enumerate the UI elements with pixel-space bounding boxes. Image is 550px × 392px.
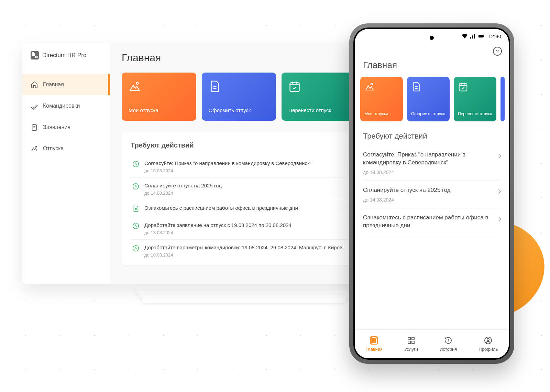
page-title: Главная [122, 52, 356, 64]
wifi-icon [462, 34, 468, 39]
mountain-icon [129, 80, 141, 92]
calendar-check-icon [458, 81, 468, 92]
phone-bezel: 12:30 ? Главная Мои отпуска Оформить отп… [353, 28, 510, 360]
bottom-nav-history[interactable]: История [440, 336, 457, 352]
clock-icon [132, 222, 140, 230]
mobile-tile-request-vacation[interactable]: Оформить отпуск [407, 77, 450, 121]
mobile-actions-title: Требуют действий [363, 128, 500, 145]
stacked-cards-shadow [131, 285, 358, 313]
sidebar-item-vacations[interactable]: Отпуска [22, 138, 110, 159]
tile-row: Мои отпуска Оформить отпуск Перенести от… [122, 73, 356, 121]
clock-icon [132, 160, 140, 168]
mobile-tile-my-vacations[interactable]: Мои отпуска [360, 77, 403, 121]
actions-panel-title: Требуют действий [131, 141, 347, 149]
mobile-bottom-nav: Главная Услуги История Профиль [355, 329, 509, 358]
sidebar-item-home[interactable]: Главная [22, 74, 110, 95]
tile-my-vacations[interactable]: Мои отпуска [122, 73, 196, 121]
svg-rect-3 [290, 83, 299, 92]
action-body: Ознакомьтесь с расписанием работы офиса … [144, 204, 346, 213]
tile-label: Мои отпуска [129, 107, 189, 113]
sidebar-item-label: Заявления [43, 124, 70, 130]
main-content: Главная Мои отпуска Оформить отпуск Пере… [110, 43, 368, 284]
history-icon [444, 336, 452, 345]
tile-label: Перенести отпуск [288, 107, 349, 113]
svg-point-10 [371, 83, 373, 85]
action-item[interactable]: Доработайте заявление на отпуск с 19.08.… [131, 217, 347, 240]
document-icon [132, 205, 140, 213]
tile-reschedule-vacation[interactable]: Перенести отпуск [282, 73, 356, 121]
help-button[interactable]: ? [493, 47, 502, 56]
document-icon [411, 81, 421, 92]
sidebar-item-label: Командировки [43, 103, 80, 109]
svg-rect-0 [32, 125, 37, 131]
battery-icon [478, 34, 484, 39]
sidebar-item-label: Отпуска [43, 145, 64, 152]
chevron-right-icon [496, 154, 501, 159]
app-logo: Directum HR Pro [22, 43, 110, 68]
action-item[interactable]: Согласуйте: Приказ "о направлении в кома… [131, 155, 347, 178]
mobile-tile-row[interactable]: Мои отпуска Оформить отпуск Перенести от… [355, 77, 509, 128]
action-title: Спланируйте отпуск на 2025 год [144, 182, 346, 189]
mountain-icon [31, 145, 38, 152]
action-item[interactable]: Ознакомьтесь с расписанием работы офиса … [131, 200, 347, 217]
mobile-action-item[interactable]: Согласуйте: Приказ "о направлении в кома… [363, 145, 500, 181]
calendar-check-icon [288, 80, 301, 92]
bottom-nav-profile[interactable]: Профиль [478, 336, 498, 352]
bottom-nav-label: Главная [365, 347, 382, 352]
action-title: Доработайте параметры командировки: 19.0… [144, 244, 346, 251]
svg-rect-13 [412, 337, 414, 340]
svg-point-2 [136, 82, 139, 84]
bottom-nav-services[interactable]: Услуги [404, 336, 418, 352]
svg-rect-11 [459, 84, 467, 91]
sidebar-item-requests[interactable]: Заявления [22, 117, 110, 138]
svg-point-17 [487, 338, 489, 340]
clipboard-icon [31, 123, 38, 131]
phone-mockup: 12:30 ? Главная Мои отпуска Оформить отп… [349, 23, 514, 364]
home-icon [31, 81, 38, 88]
action-title: Доработайте заявление на отпуск с 19.08.… [144, 221, 346, 229]
tile-request-vacation[interactable]: Оформить отпуск [202, 73, 276, 121]
svg-rect-9 [483, 35, 484, 37]
tile-label: Оформить отпуск [411, 111, 446, 117]
mobile-action-item[interactable]: Спланируйте отпуск на 2025 год до 14.08.… [363, 181, 500, 208]
bottom-nav-label: История [440, 347, 457, 352]
action-title: Ознакомьтесь с расписанием работы офиса … [144, 204, 346, 211]
profile-icon [484, 336, 492, 345]
mobile-action-title: Ознакомьтесь с расписанием работы офиса … [363, 214, 493, 230]
mobile-tile-peek[interactable] [500, 77, 505, 121]
bottom-nav-home[interactable]: Главная [365, 336, 382, 352]
mobile-action-title: Спланируйте отпуск на 2025 год [363, 186, 493, 194]
sidebar-item-label: Главная [43, 81, 64, 88]
document-icon [209, 80, 221, 92]
svg-rect-14 [408, 341, 410, 344]
svg-rect-12 [408, 337, 410, 340]
action-body: Доработайте параметры командировки: 19.0… [144, 244, 346, 258]
signal-icon [470, 34, 476, 39]
mobile-action-item[interactable]: Ознакомьтесь с расписанием работы офиса … [363, 208, 500, 238]
bottom-nav-label: Услуги [404, 347, 418, 352]
mobile-tile-reschedule-vacation[interactable]: Перенести отпуск [454, 77, 496, 121]
sidebar-item-trips[interactable]: Командировки [22, 95, 110, 117]
browser-window: Directum HR Pro Главная Командировки Зая… [22, 43, 368, 284]
chevron-right-icon [496, 217, 501, 221]
phone-camera [430, 36, 434, 40]
action-due: до 18.08.2024 [144, 168, 346, 173]
mobile-page-title: Главная [355, 57, 509, 77]
grid-icon [407, 336, 415, 345]
bottom-nav-label: Профиль [478, 347, 498, 352]
action-body: Спланируйте отпуск на 2025 год до 14.08.… [144, 182, 346, 196]
clock-icon [132, 183, 140, 190]
mobile-action-body: Спланируйте отпуск на 2025 год до 14.08.… [363, 186, 493, 203]
mobile-action-title: Согласуйте: Приказ "о направлении в кома… [363, 151, 493, 167]
status-time: 12:30 [488, 33, 501, 39]
mobile-action-due: до 14.08.2024 [363, 197, 493, 203]
tile-label: Оформить отпуск [209, 107, 270, 113]
clock-icon [132, 244, 140, 252]
mobile-action-body: Ознакомьтесь с расписанием работы офиса … [363, 214, 493, 232]
mountain-icon [364, 81, 375, 92]
mobile-action-due: до 18.08.2024 [363, 170, 493, 175]
tile-label: Перенести отпуск [458, 111, 492, 117]
action-item[interactable]: Спланируйте отпуск на 2025 год до 14.08.… [131, 178, 347, 200]
action-due: до 13.08.2024 [144, 230, 346, 235]
action-item[interactable]: Доработайте параметры командировки: 19.0… [131, 240, 347, 262]
